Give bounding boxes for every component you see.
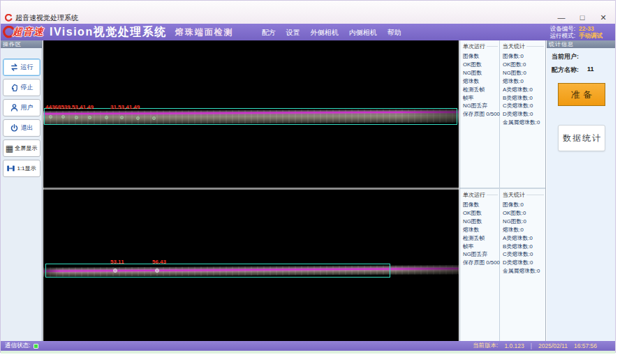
today-stats-title: 当天统计 [503,191,525,199]
user-button-label: 用户 [21,103,34,112]
menu-item[interactable]: 帮助 [388,28,401,38]
current-user-label: 当前用户: [552,52,579,61]
comm-status-label: 通信状态: [5,342,30,350]
status-time: 16:57:56 [574,342,597,349]
stat-row: D类熔珠数:0 [503,110,545,119]
power-icon [10,123,19,132]
page-title: IVision视觉处理系统 [50,25,167,40]
run-mode-label: 运行模式: [550,32,575,40]
stat-row: B类熔珠数:0 [503,243,545,251]
user-button[interactable]: 用户 [3,99,40,116]
info-panel-title: 统计信息 [547,40,615,48]
measurement-annotation: 44368539.53,41.49 [45,104,94,110]
one-to-one-button-label: 1:1显示 [17,165,36,172]
menu-item[interactable]: 内侧相机 [349,28,377,38]
recipe-name-value: 11 [587,66,594,75]
bead-marker [105,116,108,119]
measurement-annotation: 56.43 [152,259,166,265]
close-icon[interactable]: ✕ [593,13,614,22]
brand-name: 超音速 [13,26,44,38]
measurement-annotation: 53.11 [110,259,124,265]
stat-row: 金属屑熔珠数:0 [503,267,545,275]
stat-row: NG图数:0 [503,69,545,77]
fullscreen-button[interactable]: ▦ 全屏显示 [3,139,40,157]
run-button-label: 运行 [21,63,34,72]
brand-logo: 超音速 [3,26,44,38]
stat-row: C类熔珠数:0 [503,250,545,259]
bead-marker [49,115,52,119]
today-stats-list: 图像数:0OK图数:0NG图数:0熔珠数:0A类熔珠数:0B类熔珠数:0C类熔珠… [503,52,545,127]
single-run-title: 单次运行 [463,191,485,199]
one-to-one-button[interactable]: 1:1显示 [3,160,40,177]
recipe-name-label: 配方名称: [552,66,579,75]
today-stats-list: 图像数:0OK图数:0NG图数:0熔珠数:0A类熔珠数:0B类熔珠数:0C类熔珠… [503,201,545,275]
prepare-button[interactable]: 准备 [558,83,605,106]
stat-row: C类熔珠数:0 [503,102,545,110]
stat-row: 金属屑熔珠数:0 [503,119,545,127]
version-value: 1.0.123 [504,342,524,349]
hand-icon [10,83,19,92]
stat-row: NG图丢弃 [463,102,499,110]
bead-marker [155,268,159,273]
maximize-icon[interactable]: □ [572,13,593,22]
window-bottom-edge [1,351,615,354]
stop-button[interactable]: 停止 [3,79,40,96]
stat-row: 检测丢帧 [463,234,499,243]
single-run-title: 单次运行 [463,43,485,50]
exit-button-label: 退出 [21,123,34,132]
exit-button[interactable]: 退出 [3,119,40,137]
single-run-list: 图像数OK图数NG图数熔珠数检测丢帧帧率NG图丢弃保存原图 0/500 [463,201,499,267]
device-number-label: 设备编号: [550,25,575,33]
minimize-icon[interactable]: — [551,13,572,22]
stat-row: 帧率 [463,94,499,103]
app-header: 超音速 IVision视觉处理系统 熔珠端面检测 配方设置外侧相机内侧相机帮助 … [1,24,615,40]
version-label: 当前版本: [473,342,498,350]
stat-row: 熔珠数 [463,226,499,234]
statistics-panel: 单次运行 图像数OK图数NG图数熔珠数检测丢帧帧率NG图丢弃保存原图 0/500… [459,40,546,341]
status-date: 2025/02/11 [538,342,568,349]
one-to-one-icon [6,164,15,173]
comm-status-indicator [34,344,38,349]
stat-row: 保存原图 0/500 [463,259,499,267]
stat-row: D类熔珠数:0 [503,259,545,267]
stats-group-top: 单次运行 图像数OK图数NG图数熔珠数检测丢帧帧率NG图丢弃保存原图 0/500… [460,40,545,188]
grid-screen-icon: ▦ [6,144,13,153]
menu-item[interactable]: 设置 [286,28,300,38]
stat-row: OK图数 [463,61,499,69]
stat-row: 熔珠数:0 [503,77,545,86]
device-number-value: 22-33 [579,25,610,33]
menu-item[interactable]: 配方 [262,28,276,38]
stop-button-label: 停止 [21,83,34,92]
bead-marker [61,115,65,119]
bead-marker [75,116,78,119]
run-button[interactable]: 运行 [3,59,40,76]
single-run-list: 图像数OK图数NG图数熔珠数检测丢帧帧率NG图丢弃保存原图 0/500 [463,52,499,119]
stat-row: 检测丢帧 [463,86,499,94]
stat-row: OK图数:0 [503,209,545,218]
stat-row: B类熔珠数:0 [503,94,545,103]
page-subtitle: 熔珠端面检测 [175,26,234,38]
info-panel: 统计信息 当前用户: 配方名称: 11 准备 数据统计 [547,40,615,341]
stat-row: OK图数:0 [503,61,545,69]
bead-marker [88,116,91,119]
bead-marker [136,116,140,120]
stat-row: NG图丢弃 [463,250,499,259]
user-icon [10,103,19,112]
stat-row: NG图数 [463,218,499,226]
operation-sidebar: 操作区 运行 停止 用户 [1,40,43,341]
measurement-annotation: 31.53,41.49 [110,104,140,110]
run-mode-value: 手动调试 [579,32,610,40]
stat-row: A类熔珠数:0 [503,86,545,94]
stat-row: 帧率 [463,243,499,251]
stat-row: 熔珠数 [463,77,499,86]
sidebar-title: 操作区 [1,40,42,48]
camera-view-bottom: 53.11 56.43 [43,190,459,341]
cycle-arrows-icon [10,63,19,72]
stat-row: 图像数 [463,201,499,209]
statusbar-separator: | [531,342,532,349]
menu-item[interactable]: 外侧相机 [311,28,339,38]
data-statistics-button[interactable]: 数据统计 [558,125,605,151]
stat-row: 图像数:0 [503,201,545,209]
bead-marker [152,116,156,120]
stat-row: NG图数:0 [503,218,545,226]
